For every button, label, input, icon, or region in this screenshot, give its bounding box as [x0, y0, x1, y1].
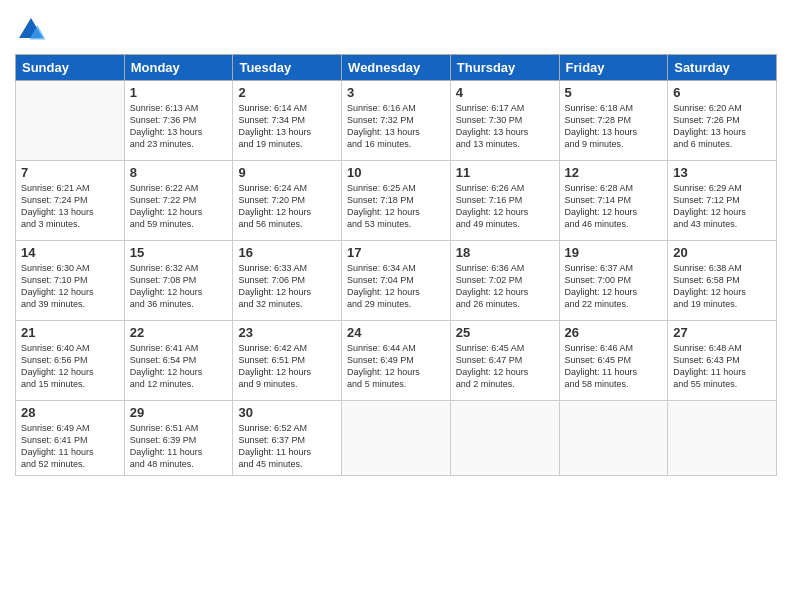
page: SundayMondayTuesdayWednesdayThursdayFrid…	[0, 0, 792, 612]
calendar-cell: 7Sunrise: 6:21 AM Sunset: 7:24 PM Daylig…	[16, 161, 125, 241]
logo	[15, 14, 51, 46]
calendar-cell: 29Sunrise: 6:51 AM Sunset: 6:39 PM Dayli…	[124, 401, 233, 476]
day-number: 1	[130, 85, 228, 100]
cell-info: Sunrise: 6:18 AM Sunset: 7:28 PM Dayligh…	[565, 102, 663, 151]
calendar-cell: 19Sunrise: 6:37 AM Sunset: 7:00 PM Dayli…	[559, 241, 668, 321]
calendar-cell: 8Sunrise: 6:22 AM Sunset: 7:22 PM Daylig…	[124, 161, 233, 241]
day-number: 4	[456, 85, 554, 100]
week-row-0: 1Sunrise: 6:13 AM Sunset: 7:36 PM Daylig…	[16, 81, 777, 161]
calendar-cell	[342, 401, 451, 476]
calendar-cell	[559, 401, 668, 476]
day-number: 30	[238, 405, 336, 420]
day-number: 6	[673, 85, 771, 100]
calendar-cell: 18Sunrise: 6:36 AM Sunset: 7:02 PM Dayli…	[450, 241, 559, 321]
calendar-cell: 13Sunrise: 6:29 AM Sunset: 7:12 PM Dayli…	[668, 161, 777, 241]
calendar-cell: 10Sunrise: 6:25 AM Sunset: 7:18 PM Dayli…	[342, 161, 451, 241]
calendar-cell: 15Sunrise: 6:32 AM Sunset: 7:08 PM Dayli…	[124, 241, 233, 321]
calendar: SundayMondayTuesdayWednesdayThursdayFrid…	[15, 54, 777, 476]
cell-info: Sunrise: 6:17 AM Sunset: 7:30 PM Dayligh…	[456, 102, 554, 151]
day-number: 24	[347, 325, 445, 340]
cell-info: Sunrise: 6:51 AM Sunset: 6:39 PM Dayligh…	[130, 422, 228, 471]
cell-info: Sunrise: 6:16 AM Sunset: 7:32 PM Dayligh…	[347, 102, 445, 151]
day-number: 23	[238, 325, 336, 340]
calendar-cell	[668, 401, 777, 476]
cell-info: Sunrise: 6:41 AM Sunset: 6:54 PM Dayligh…	[130, 342, 228, 391]
logo-icon	[15, 14, 47, 46]
calendar-cell: 3Sunrise: 6:16 AM Sunset: 7:32 PM Daylig…	[342, 81, 451, 161]
cell-info: Sunrise: 6:26 AM Sunset: 7:16 PM Dayligh…	[456, 182, 554, 231]
calendar-cell: 30Sunrise: 6:52 AM Sunset: 6:37 PM Dayli…	[233, 401, 342, 476]
day-number: 8	[130, 165, 228, 180]
day-number: 21	[21, 325, 119, 340]
cell-info: Sunrise: 6:45 AM Sunset: 6:47 PM Dayligh…	[456, 342, 554, 391]
cell-info: Sunrise: 6:34 AM Sunset: 7:04 PM Dayligh…	[347, 262, 445, 311]
cell-info: Sunrise: 6:22 AM Sunset: 7:22 PM Dayligh…	[130, 182, 228, 231]
cell-info: Sunrise: 6:13 AM Sunset: 7:36 PM Dayligh…	[130, 102, 228, 151]
cell-info: Sunrise: 6:52 AM Sunset: 6:37 PM Dayligh…	[238, 422, 336, 471]
day-number: 12	[565, 165, 663, 180]
day-number: 3	[347, 85, 445, 100]
calendar-cell: 4Sunrise: 6:17 AM Sunset: 7:30 PM Daylig…	[450, 81, 559, 161]
cell-info: Sunrise: 6:49 AM Sunset: 6:41 PM Dayligh…	[21, 422, 119, 471]
day-number: 29	[130, 405, 228, 420]
day-number: 11	[456, 165, 554, 180]
calendar-cell: 9Sunrise: 6:24 AM Sunset: 7:20 PM Daylig…	[233, 161, 342, 241]
calendar-header-row: SundayMondayTuesdayWednesdayThursdayFrid…	[16, 55, 777, 81]
cell-info: Sunrise: 6:21 AM Sunset: 7:24 PM Dayligh…	[21, 182, 119, 231]
day-number: 9	[238, 165, 336, 180]
week-row-1: 7Sunrise: 6:21 AM Sunset: 7:24 PM Daylig…	[16, 161, 777, 241]
cell-info: Sunrise: 6:20 AM Sunset: 7:26 PM Dayligh…	[673, 102, 771, 151]
calendar-cell: 12Sunrise: 6:28 AM Sunset: 7:14 PM Dayli…	[559, 161, 668, 241]
day-number: 28	[21, 405, 119, 420]
calendar-cell: 17Sunrise: 6:34 AM Sunset: 7:04 PM Dayli…	[342, 241, 451, 321]
header	[15, 10, 777, 46]
cell-info: Sunrise: 6:33 AM Sunset: 7:06 PM Dayligh…	[238, 262, 336, 311]
cell-info: Sunrise: 6:14 AM Sunset: 7:34 PM Dayligh…	[238, 102, 336, 151]
cell-info: Sunrise: 6:42 AM Sunset: 6:51 PM Dayligh…	[238, 342, 336, 391]
calendar-cell: 1Sunrise: 6:13 AM Sunset: 7:36 PM Daylig…	[124, 81, 233, 161]
day-number: 22	[130, 325, 228, 340]
cell-info: Sunrise: 6:44 AM Sunset: 6:49 PM Dayligh…	[347, 342, 445, 391]
cell-info: Sunrise: 6:40 AM Sunset: 6:56 PM Dayligh…	[21, 342, 119, 391]
day-number: 10	[347, 165, 445, 180]
day-header-monday: Monday	[124, 55, 233, 81]
calendar-cell: 23Sunrise: 6:42 AM Sunset: 6:51 PM Dayli…	[233, 321, 342, 401]
day-header-tuesday: Tuesday	[233, 55, 342, 81]
day-number: 14	[21, 245, 119, 260]
calendar-cell: 20Sunrise: 6:38 AM Sunset: 6:58 PM Dayli…	[668, 241, 777, 321]
cell-info: Sunrise: 6:48 AM Sunset: 6:43 PM Dayligh…	[673, 342, 771, 391]
day-number: 15	[130, 245, 228, 260]
calendar-cell	[16, 81, 125, 161]
day-number: 18	[456, 245, 554, 260]
week-row-3: 21Sunrise: 6:40 AM Sunset: 6:56 PM Dayli…	[16, 321, 777, 401]
cell-info: Sunrise: 6:38 AM Sunset: 6:58 PM Dayligh…	[673, 262, 771, 311]
cell-info: Sunrise: 6:28 AM Sunset: 7:14 PM Dayligh…	[565, 182, 663, 231]
calendar-cell: 21Sunrise: 6:40 AM Sunset: 6:56 PM Dayli…	[16, 321, 125, 401]
cell-info: Sunrise: 6:37 AM Sunset: 7:00 PM Dayligh…	[565, 262, 663, 311]
day-number: 7	[21, 165, 119, 180]
day-header-thursday: Thursday	[450, 55, 559, 81]
day-header-sunday: Sunday	[16, 55, 125, 81]
day-number: 13	[673, 165, 771, 180]
week-row-2: 14Sunrise: 6:30 AM Sunset: 7:10 PM Dayli…	[16, 241, 777, 321]
day-number: 19	[565, 245, 663, 260]
day-number: 27	[673, 325, 771, 340]
calendar-cell: 25Sunrise: 6:45 AM Sunset: 6:47 PM Dayli…	[450, 321, 559, 401]
day-header-wednesday: Wednesday	[342, 55, 451, 81]
cell-info: Sunrise: 6:25 AM Sunset: 7:18 PM Dayligh…	[347, 182, 445, 231]
week-row-4: 28Sunrise: 6:49 AM Sunset: 6:41 PM Dayli…	[16, 401, 777, 476]
calendar-cell: 14Sunrise: 6:30 AM Sunset: 7:10 PM Dayli…	[16, 241, 125, 321]
day-number: 25	[456, 325, 554, 340]
calendar-cell: 27Sunrise: 6:48 AM Sunset: 6:43 PM Dayli…	[668, 321, 777, 401]
day-number: 17	[347, 245, 445, 260]
day-number: 5	[565, 85, 663, 100]
calendar-cell: 22Sunrise: 6:41 AM Sunset: 6:54 PM Dayli…	[124, 321, 233, 401]
calendar-cell: 24Sunrise: 6:44 AM Sunset: 6:49 PM Dayli…	[342, 321, 451, 401]
day-number: 2	[238, 85, 336, 100]
calendar-cell: 2Sunrise: 6:14 AM Sunset: 7:34 PM Daylig…	[233, 81, 342, 161]
cell-info: Sunrise: 6:32 AM Sunset: 7:08 PM Dayligh…	[130, 262, 228, 311]
calendar-cell: 28Sunrise: 6:49 AM Sunset: 6:41 PM Dayli…	[16, 401, 125, 476]
day-number: 16	[238, 245, 336, 260]
calendar-cell: 5Sunrise: 6:18 AM Sunset: 7:28 PM Daylig…	[559, 81, 668, 161]
day-header-friday: Friday	[559, 55, 668, 81]
